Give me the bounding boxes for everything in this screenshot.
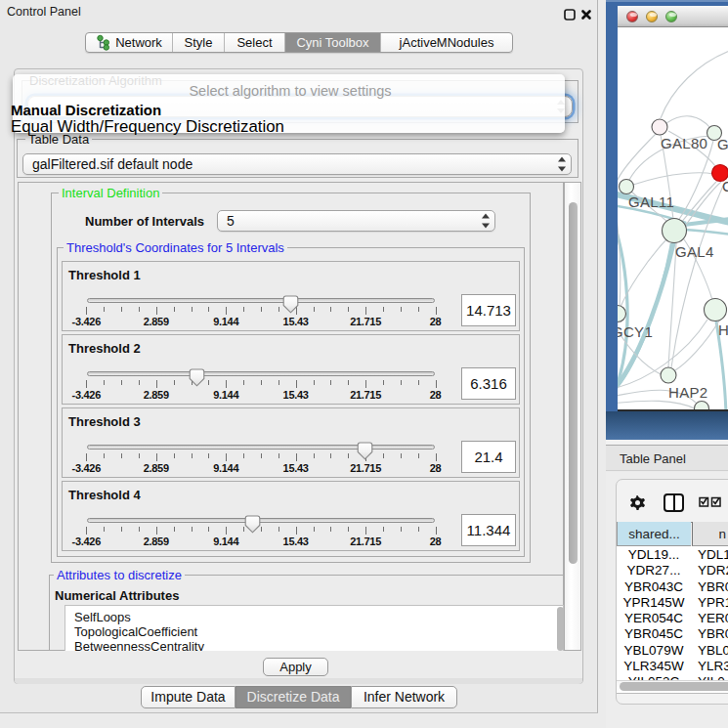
svg-text:C: C [722,178,728,194]
svg-text:HAP2: HAP2 [668,384,707,401]
svg-text:GAL11: GAL11 [628,193,674,210]
svg-text:GAL4: GAL4 [675,243,714,260]
svg-text:GA: GA [717,136,728,152]
svg-text:GCY1: GCY1 [618,323,653,340]
svg-text:H: H [718,321,728,338]
svg-text:GAL80: GAL80 [661,135,707,151]
